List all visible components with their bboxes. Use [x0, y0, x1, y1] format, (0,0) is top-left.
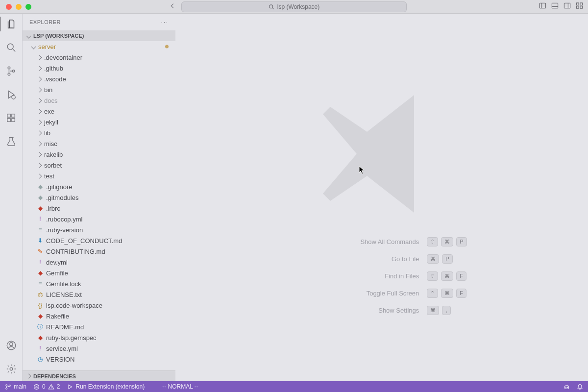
settings-activity-icon[interactable]	[6, 364, 17, 376]
file-tree: server .devcontainer .github .vscode bin…	[23, 41, 175, 370]
ruby-icon: ◆	[36, 334, 44, 341]
file-irbrc[interactable]: ◆.irbrc	[23, 203, 175, 214]
file-rakefile[interactable]: ◆Rakefile	[23, 311, 175, 321]
file-serviceyml[interactable]: !service.yml	[23, 343, 175, 354]
accounts-activity-icon[interactable]	[6, 340, 17, 353]
svg-rect-5	[580, 3, 583, 5]
chevron-down-icon	[25, 34, 31, 38]
yaml-icon: !	[36, 345, 44, 352]
status-branch[interactable]: main	[5, 383, 26, 390]
yaml-icon: !	[36, 216, 44, 222]
yaml-icon: !	[36, 259, 44, 266]
file-gemspec[interactable]: ◆ruby-lsp.gemspec	[23, 332, 175, 343]
chevron-right-icon	[36, 77, 42, 81]
status-problems[interactable]: 0 2	[33, 383, 60, 390]
explorer-sidebar: EXPLORER ··· LSP (WORKSPACE) server .dev…	[23, 14, 175, 381]
shortcut-show-commands: Show All Commands ⇧⌘P	[296, 237, 466, 246]
chevron-right-icon	[36, 153, 42, 156]
warning-icon	[48, 384, 54, 390]
markdown-icon: ⬇	[36, 237, 44, 244]
workspace-section-header[interactable]: LSP (WORKSPACE)	[23, 30, 175, 41]
license-icon: ⚖	[36, 291, 44, 298]
git-icon: ◆	[36, 194, 44, 201]
chevron-down-icon	[30, 45, 36, 49]
ruby-icon: ◆	[36, 313, 44, 319]
nav-back-button[interactable]	[169, 2, 176, 11]
bell-icon	[577, 384, 583, 390]
toggle-panel-icon[interactable]	[551, 2, 559, 11]
folder-test[interactable]: test	[23, 171, 175, 181]
file-gemfile[interactable]: ◆Gemfile	[23, 268, 175, 278]
run-debug-activity-icon[interactable]	[6, 89, 17, 102]
debug-icon	[67, 384, 73, 390]
dependencies-section-header[interactable]: DEPENDENCIES	[23, 370, 175, 381]
folder-devcontainer[interactable]: .devcontainer	[23, 52, 175, 63]
source-control-activity-icon[interactable]	[6, 66, 17, 78]
folder-lib[interactable]: lib	[23, 127, 175, 138]
chevron-right-icon	[36, 110, 42, 113]
file-gitignore[interactable]: ◆.gitignore	[23, 181, 175, 192]
file-license[interactable]: ⚖LICENSE.txt	[23, 289, 175, 300]
svg-rect-3	[564, 3, 570, 8]
folder-vscode[interactable]: .vscode	[23, 74, 175, 84]
explorer-more-button[interactable]: ···	[161, 19, 169, 25]
file-devyml[interactable]: !dev.yml	[23, 257, 175, 268]
welcome-shortcuts: Show All Commands ⇧⌘P Go to File ⌘P Find…	[296, 237, 466, 315]
svg-point-21	[6, 388, 7, 389]
svg-point-22	[9, 385, 10, 386]
chevron-right-icon	[36, 88, 42, 92]
close-window-button[interactable]	[6, 4, 12, 10]
toggle-primary-sidebar-icon[interactable]	[539, 2, 546, 11]
file-rubocop[interactable]: !.rubocop.yml	[23, 214, 175, 224]
dependencies-label: DEPENDENCIES	[33, 373, 76, 379]
status-copilot[interactable]	[564, 384, 570, 390]
folder-sorbet[interactable]: sorbet	[23, 160, 175, 171]
folder-jekyll[interactable]: jekyll	[23, 117, 175, 127]
status-run-extension[interactable]: Run Extension (extension)	[67, 383, 145, 390]
minimize-window-button[interactable]	[16, 4, 22, 10]
file-contributing[interactable]: ✎CONTRIBUTING.md	[23, 246, 175, 257]
svg-point-25	[565, 387, 566, 388]
extensions-activity-icon[interactable]	[6, 113, 17, 125]
svg-rect-4	[576, 3, 579, 5]
file-readme[interactable]: ⓘREADME.md	[23, 321, 175, 332]
search-activity-icon[interactable]	[6, 42, 17, 55]
file-rubyversion[interactable]: ≡.ruby-version	[23, 224, 175, 235]
svg-rect-2	[552, 3, 558, 8]
explorer-title: EXPLORER	[29, 19, 61, 25]
chevron-right-icon	[36, 174, 42, 178]
status-notifications[interactable]	[577, 384, 583, 390]
svg-point-10	[8, 73, 10, 75]
chevron-right-icon	[36, 99, 42, 102]
error-icon	[33, 384, 40, 390]
explorer-header: EXPLORER ···	[23, 14, 175, 30]
file-gemfilelock[interactable]: ≡Gemfile.lock	[23, 278, 175, 289]
status-vim-mode[interactable]: -- NORMAL --	[162, 383, 198, 390]
folder-bin[interactable]: bin	[23, 84, 175, 95]
folder-rakelib[interactable]: rakelib	[23, 149, 175, 160]
folder-docs[interactable]: docs	[23, 95, 175, 106]
copilot-icon	[564, 384, 570, 390]
folder-server[interactable]: server	[23, 41, 175, 52]
file-workspace[interactable]: {}lsp.code-workspace	[23, 300, 175, 311]
svg-point-18	[9, 343, 12, 345]
command-center[interactable]: lsp (Workspace)	[181, 1, 407, 12]
folder-misc[interactable]: misc	[23, 138, 175, 149]
folder-github[interactable]: .github	[23, 63, 175, 74]
toggle-secondary-sidebar-icon[interactable]	[564, 2, 571, 11]
shortcut-fullscreen: Toggle Full Screen ⌃⌘F	[296, 289, 466, 298]
maximize-window-button[interactable]	[25, 4, 31, 10]
file-gitmodules[interactable]: ◆.gitmodules	[23, 192, 175, 203]
explorer-activity-icon[interactable]	[6, 19, 17, 31]
folder-exe[interactable]: exe	[23, 106, 175, 117]
customize-layout-icon[interactable]	[576, 2, 583, 11]
svg-point-20	[6, 384, 7, 386]
git-icon: ◆	[36, 183, 44, 190]
svg-rect-15	[11, 119, 14, 122]
svg-rect-16	[11, 114, 14, 117]
file-code-of-conduct[interactable]: ⬇CODE_OF_CONDUCT.md	[23, 235, 175, 246]
testing-activity-icon[interactable]	[6, 136, 17, 149]
chevron-right-icon	[36, 56, 42, 59]
chevron-right-icon	[36, 121, 42, 124]
file-version[interactable]: ◷VERSION	[23, 354, 175, 365]
